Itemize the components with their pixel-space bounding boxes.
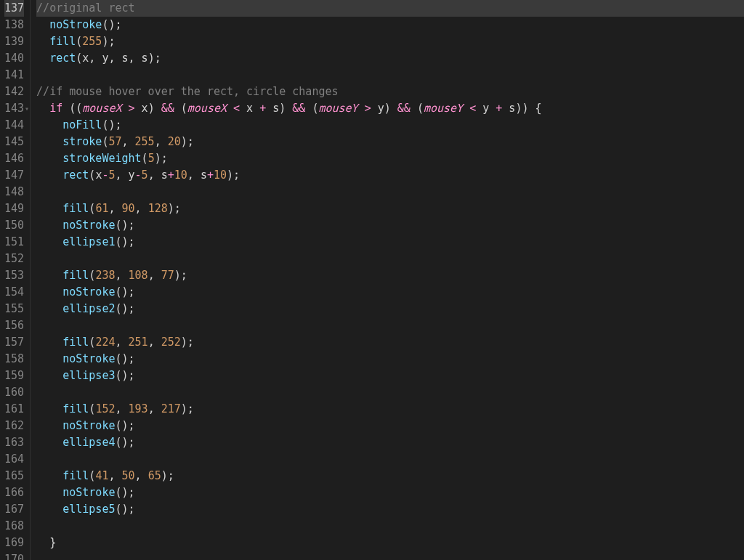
token-pn bbox=[36, 102, 49, 115]
code-line[interactable]: ellipse5(); bbox=[36, 501, 744, 518]
token-id: y bbox=[482, 102, 489, 115]
line-number[interactable]: 168 bbox=[4, 518, 24, 535]
token-pn: , bbox=[155, 135, 168, 148]
code-line[interactable]: if ((mouseX > x) && (mouseX < x + s) && … bbox=[36, 100, 744, 117]
token-id: s bbox=[122, 52, 129, 65]
code-line[interactable]: strokeWeight(5); bbox=[36, 150, 744, 167]
line-number[interactable]: 161 bbox=[4, 401, 24, 418]
token-pn: , bbox=[148, 402, 161, 415]
line-number[interactable]: 146 bbox=[4, 150, 24, 167]
code-line[interactable]: fill(224, 251, 252); bbox=[36, 334, 744, 351]
line-number[interactable]: 155 bbox=[4, 301, 24, 317]
code-line[interactable]: fill(61, 90, 128); bbox=[36, 200, 744, 217]
line-number[interactable]: 152 bbox=[4, 251, 24, 267]
line-number[interactable]: 169 bbox=[4, 535, 24, 551]
token-pn bbox=[36, 169, 62, 182]
line-number-gutter[interactable]: 137138139140141142143▾144145146147148149… bbox=[0, 0, 31, 560]
code-line[interactable]: noStroke(); bbox=[36, 351, 744, 368]
code-line[interactable]: } bbox=[36, 535, 744, 551]
line-number[interactable]: 164 bbox=[4, 451, 24, 468]
line-number[interactable]: 151 bbox=[4, 234, 24, 251]
token-pn bbox=[135, 102, 142, 115]
code-line[interactable]: noStroke(); bbox=[36, 418, 744, 434]
code-editor[interactable]: 137138139140141142143▾144145146147148149… bbox=[0, 0, 744, 560]
line-number[interactable]: 163 bbox=[4, 434, 24, 451]
code-line[interactable]: ellipse3(); bbox=[36, 368, 744, 384]
token-id: y bbox=[378, 102, 384, 115]
code-line[interactable]: noStroke(); bbox=[36, 284, 744, 301]
line-number[interactable]: 170 bbox=[4, 551, 24, 560]
token-pn bbox=[36, 269, 62, 282]
code-line[interactable]: fill(152, 193, 217); bbox=[36, 401, 744, 418]
token-num: 128 bbox=[148, 202, 168, 215]
code-line[interactable]: fill(255); bbox=[36, 33, 744, 50]
token-num: 10 bbox=[174, 169, 187, 182]
line-number[interactable]: 153 bbox=[4, 267, 24, 284]
code-line[interactable]: ellipse1(); bbox=[36, 234, 744, 251]
token-pn: ) bbox=[148, 102, 161, 115]
line-number[interactable]: 142 bbox=[4, 84, 24, 100]
token-pn: (); bbox=[102, 118, 121, 131]
token-var: mouseY bbox=[424, 102, 463, 115]
code-line[interactable] bbox=[36, 551, 744, 560]
line-number[interactable]: 143▾ bbox=[4, 100, 24, 117]
line-number[interactable]: 148 bbox=[4, 184, 24, 200]
code-line[interactable] bbox=[36, 67, 744, 84]
line-number[interactable]: 138 bbox=[4, 17, 24, 33]
line-number[interactable]: 156 bbox=[4, 317, 24, 334]
token-fn: strokeWeight bbox=[62, 152, 141, 165]
code-line[interactable]: noFill(); bbox=[36, 117, 744, 134]
code-line[interactable]: fill(238, 108, 77); bbox=[36, 267, 744, 284]
code-line[interactable] bbox=[36, 251, 744, 267]
code-line[interactable]: ellipse4(); bbox=[36, 434, 744, 451]
token-op: + bbox=[168, 169, 174, 182]
code-line[interactable]: fill(41, 50, 65); bbox=[36, 468, 744, 484]
code-line[interactable]: noStroke(); bbox=[36, 484, 744, 501]
token-pn: (); bbox=[115, 219, 134, 232]
fold-toggle-icon[interactable]: ▾ bbox=[24, 100, 30, 117]
code-area[interactable]: //original rect noStroke(); fill(255); r… bbox=[31, 0, 744, 560]
line-number[interactable]: 149 bbox=[4, 200, 24, 217]
code-line[interactable] bbox=[36, 184, 744, 200]
line-number[interactable]: 140 bbox=[4, 50, 24, 67]
token-fn: rect bbox=[49, 52, 76, 65]
line-number[interactable]: 158 bbox=[4, 351, 24, 368]
line-number[interactable]: 165 bbox=[4, 468, 24, 484]
code-line[interactable]: ellipse2(); bbox=[36, 301, 744, 317]
line-number[interactable]: 167 bbox=[4, 501, 24, 518]
code-line[interactable] bbox=[36, 518, 744, 535]
line-number[interactable]: 141 bbox=[4, 67, 24, 84]
code-line[interactable]: //if mouse hover over the rect, circle c… bbox=[36, 84, 744, 100]
token-pn bbox=[36, 419, 62, 432]
code-line[interactable]: noStroke(); bbox=[36, 17, 744, 33]
line-number[interactable]: 139 bbox=[4, 33, 24, 50]
code-line[interactable]: rect(x-5, y-5, s+10, s+10); bbox=[36, 167, 744, 184]
token-pn bbox=[36, 402, 62, 415]
code-line[interactable] bbox=[36, 317, 744, 334]
token-var: mouseY bbox=[318, 102, 357, 115]
token-pn: (); bbox=[115, 486, 134, 499]
code-line[interactable] bbox=[36, 451, 744, 468]
line-number[interactable]: 150 bbox=[4, 217, 24, 234]
line-number[interactable]: 166 bbox=[4, 484, 24, 501]
token-pn bbox=[476, 102, 482, 115]
line-number[interactable]: 137 bbox=[4, 0, 24, 17]
line-number[interactable]: 162 bbox=[4, 418, 24, 434]
line-number[interactable]: 154 bbox=[4, 284, 24, 301]
token-pn bbox=[358, 102, 365, 115]
code-line[interactable]: rect(x, y, s, s); bbox=[36, 50, 744, 67]
line-number[interactable]: 144 bbox=[4, 117, 24, 134]
code-line[interactable]: //original rect bbox=[36, 0, 744, 17]
code-line[interactable]: stroke(57, 255, 20); bbox=[36, 134, 744, 150]
code-line[interactable]: noStroke(); bbox=[36, 217, 744, 234]
token-id: s bbox=[201, 169, 207, 182]
token-pn bbox=[36, 52, 49, 65]
code-line[interactable] bbox=[36, 384, 744, 401]
line-number[interactable]: 160 bbox=[4, 384, 24, 401]
line-number[interactable]: 147 bbox=[4, 167, 24, 184]
token-fn: fill bbox=[49, 35, 76, 48]
token-fn: ellipse4 bbox=[62, 436, 115, 449]
line-number[interactable]: 159 bbox=[4, 368, 24, 384]
line-number[interactable]: 145 bbox=[4, 134, 24, 150]
line-number[interactable]: 157 bbox=[4, 334, 24, 351]
